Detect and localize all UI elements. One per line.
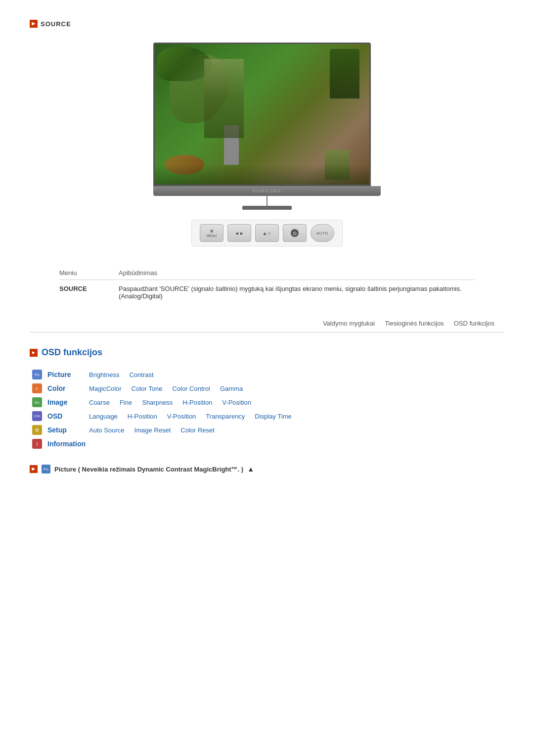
color-icon: C xyxy=(32,383,42,393)
note-arrow-icon: ▲ xyxy=(247,465,254,473)
vposition-image-link[interactable]: V-Position xyxy=(222,399,251,406)
osd-header: OSD funkcijos xyxy=(30,347,504,358)
osd-section: OSD funkcijos Px Picture Brightness Cont… xyxy=(30,347,504,477)
colorcontrol-link[interactable]: Color Control xyxy=(172,385,210,392)
image-category[interactable]: Image xyxy=(44,398,89,406)
brightness-button[interactable]: ▲☆ xyxy=(255,224,279,242)
monitor-screen xyxy=(153,43,371,186)
fine-link[interactable]: Fine xyxy=(120,399,132,406)
picture-note: Px Picture ( Neveikia režimais Dynamic C… xyxy=(30,461,504,477)
col-meniu: Meniu xyxy=(59,266,119,280)
setup-items: Auto Source Image Reset Color Reset xyxy=(89,426,215,434)
image-icon: Im xyxy=(32,397,42,407)
osd-menu-grid: Px Picture Brightness Contrast C Color M… xyxy=(30,368,504,451)
gamma-link[interactable]: Gamma xyxy=(220,385,243,392)
color-items: MagicColor Color Tone Color Control Gamm… xyxy=(89,385,243,392)
enter-button[interactable]: ⊙ xyxy=(283,224,307,242)
nav-valdymo[interactable]: Valdymo mygtukai xyxy=(323,320,375,327)
colorreset-link[interactable]: Color Reset xyxy=(180,426,215,434)
image-items: Coarse Fine Sharpness H-Position V-Posit… xyxy=(89,399,251,406)
osd-items: Language H-Position V-Position Transpare… xyxy=(89,413,292,420)
samsung-logo: SAMSUNG xyxy=(252,189,282,193)
note-text: Picture ( Neveikia režimais Dynamic Cont… xyxy=(54,466,243,473)
osd-icon-cell: OSD xyxy=(30,411,44,421)
colortone-link[interactable]: Color Tone xyxy=(132,385,163,392)
svg-marker-1 xyxy=(32,351,35,354)
svg-marker-0 xyxy=(32,22,35,25)
svg-marker-2 xyxy=(32,467,35,471)
picture-category[interactable]: Picture xyxy=(44,371,89,378)
magiccolor-link[interactable]: MagicColor xyxy=(89,385,122,392)
note-picture-icon: Px xyxy=(42,465,50,473)
image-icon-cell: Im xyxy=(30,397,44,407)
information-icon-cell: i xyxy=(30,439,44,449)
picture-icon: Px xyxy=(32,370,42,379)
menu-row-picture: Px Picture Brightness Contrast xyxy=(30,368,504,381)
nav-links: Valdymo mygtukai Tiesioginės funkcijos O… xyxy=(30,320,504,332)
menu-row-osd: OSD OSD Language H-Position V-Position T… xyxy=(30,409,504,423)
hardware-buttons-row: ▦ MENU ◄► ▲☆ ⊙ AUTO xyxy=(191,220,343,246)
source-icon xyxy=(30,20,38,28)
information-category[interactable]: Information xyxy=(44,440,89,448)
color-category[interactable]: Color xyxy=(44,384,89,392)
contrast-link[interactable]: Contrast xyxy=(129,371,153,378)
osd-title: OSD funkcijos xyxy=(42,347,102,358)
sharpness-link[interactable]: Sharpness xyxy=(142,399,173,406)
autosource-link[interactable]: Auto Source xyxy=(89,426,125,434)
vposition-osd-link[interactable]: V-Position xyxy=(167,413,196,420)
hposition-osd-link[interactable]: H-Position xyxy=(128,413,157,420)
setup-icon-cell: ⊞ xyxy=(30,425,44,435)
description-table-section: Meniu Apibūdinimas SOURCE Paspaudžiant '… xyxy=(30,266,504,305)
osd-category[interactable]: OSD xyxy=(44,412,89,420)
color-icon-cell: C xyxy=(30,383,44,393)
note-source-icon xyxy=(30,465,38,473)
transparency-link[interactable]: Transparency xyxy=(206,413,245,420)
osd-menu-icon: OSD xyxy=(32,411,42,421)
col-apibūdinimas: Apibūdinimas xyxy=(119,266,475,280)
coarse-link[interactable]: Coarse xyxy=(89,399,110,406)
osd-section-icon xyxy=(30,349,38,357)
nav-button[interactable]: ◄► xyxy=(227,224,251,242)
picture-items: Brightness Contrast xyxy=(89,371,154,378)
information-icon: i xyxy=(32,439,42,449)
description-table: Meniu Apibūdinimas SOURCE Paspaudžiant '… xyxy=(59,266,475,305)
pagoda-decoration xyxy=(224,125,239,165)
menu-row-color: C Color MagicColor Color Tone Color Cont… xyxy=(30,381,504,395)
nav-osd[interactable]: OSD funkcijos xyxy=(454,320,494,327)
menu-button[interactable]: ▦ MENU xyxy=(200,224,223,242)
monitor-stand xyxy=(153,196,381,210)
hposition-image-link[interactable]: H-Position xyxy=(182,399,212,406)
picture-icon-cell: Px xyxy=(30,370,44,379)
language-link[interactable]: Language xyxy=(89,413,118,420)
source-description: Paspaudžiant 'SOURCE' (signalo šaltinio)… xyxy=(119,280,475,305)
monitor-container: SAMSUNG ▦ MENU ◄► ▲☆ ⊙ AUTO xyxy=(30,43,504,246)
source-label: SOURCE xyxy=(59,280,119,305)
auto-button[interactable]: AUTO xyxy=(311,224,334,242)
setup-icon: ⊞ xyxy=(32,425,42,435)
menu-row-setup: ⊞ Setup Auto Source Image Reset Color Re… xyxy=(30,423,504,437)
monitor-bezel: SAMSUNG xyxy=(153,186,381,196)
nav-tiesiogines[interactable]: Tiesioginės funkcijos xyxy=(385,320,444,327)
source-header: SOURCE xyxy=(30,20,504,28)
imagereset-link[interactable]: Image Reset xyxy=(134,426,171,434)
displaytime-link[interactable]: Display Time xyxy=(255,413,291,420)
setup-category[interactable]: Setup xyxy=(44,426,89,434)
source-title: SOURCE xyxy=(41,20,71,28)
menu-row-image: Im Image Coarse Fine Sharpness H-Positio… xyxy=(30,395,504,409)
menu-row-information: i Information xyxy=(30,437,504,451)
brightness-link[interactable]: Brightness xyxy=(89,371,119,378)
